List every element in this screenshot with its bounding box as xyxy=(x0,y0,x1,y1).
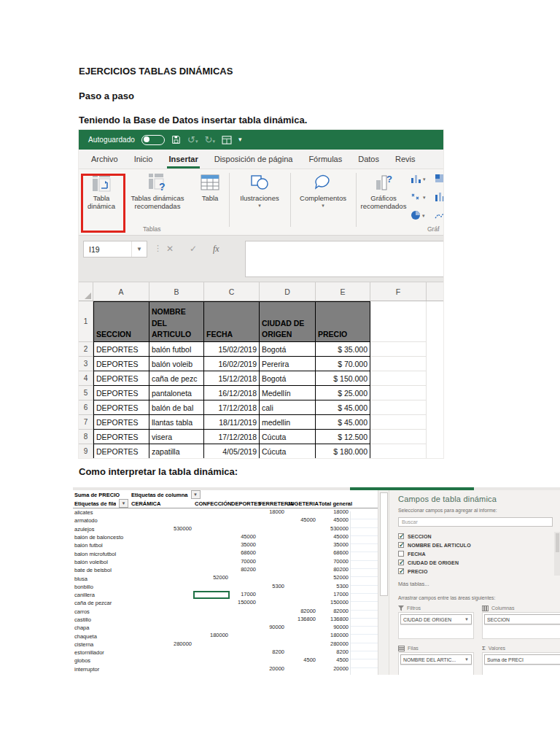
sheet-cell[interactable]: $ 12.500 xyxy=(316,430,370,444)
field-item-4[interactable]: PRECIO xyxy=(398,567,560,576)
pivot-value-cell[interactable] xyxy=(230,649,257,657)
pivot-value-cell[interactable]: 5300 xyxy=(257,583,286,591)
pivot-value-cell[interactable] xyxy=(193,599,230,607)
pivot-value-cell[interactable]: 4500 xyxy=(317,657,350,665)
columns-dropzone[interactable]: SECCION▼ xyxy=(482,612,560,639)
pivot-value-cell[interactable]: 17000 xyxy=(230,591,257,599)
pivot-value-cell[interactable] xyxy=(286,640,317,649)
row-number-9[interactable]: 9 xyxy=(79,444,93,458)
insert-column-chart-button[interactable]: ▾ xyxy=(411,174,426,183)
pivot-value-cell[interactable] xyxy=(130,608,193,616)
pivot-row-header[interactable]: interruptor xyxy=(73,666,130,673)
pivot-value-cell[interactable]: 4500 xyxy=(286,657,317,665)
pivot-value-cell[interactable] xyxy=(130,632,193,640)
sheet-cell[interactable]: 15/02/2019 xyxy=(204,342,260,357)
pivot-table-button[interactable]: Tabla dinámica xyxy=(83,172,120,211)
pivot-value-cell[interactable]: 45000 xyxy=(317,533,350,541)
sheet-header-cell[interactable]: PRECIO xyxy=(316,301,370,342)
save-icon[interactable] xyxy=(171,135,181,144)
pivot-row-header[interactable]: cisterna xyxy=(73,641,130,648)
pivot-value-cell[interactable]: 45000 xyxy=(230,533,257,541)
column-header-A[interactable]: A xyxy=(93,282,149,301)
menu-tab-3[interactable]: Disposición de página xyxy=(206,150,301,169)
pivot-value-cell[interactable]: 52000 xyxy=(317,574,350,582)
pivot-corner-label[interactable]: Suma de PRECIO xyxy=(73,492,130,498)
pivot-value-cell[interactable] xyxy=(257,541,286,549)
pivot-row-header[interactable]: balón futbol xyxy=(73,542,130,549)
sheet-cell[interactable]: Medellín xyxy=(260,386,316,400)
confirm-entry-icon[interactable]: ✓ xyxy=(190,244,197,254)
insert-pie-chart-button[interactable]: ▾ xyxy=(411,210,425,220)
insert-chart-button-cut2[interactable] xyxy=(435,192,443,201)
sheet-cell[interactable]: 16/12/2018 xyxy=(204,386,260,400)
sheet-cell[interactable]: DEPORTES xyxy=(93,342,149,357)
pivot-value-cell[interactable]: 8200 xyxy=(257,649,286,657)
field-checkbox[interactable] xyxy=(398,542,404,548)
pivot-value-cell[interactable]: 20000 xyxy=(257,665,286,673)
name-box[interactable]: I19 ▼ xyxy=(83,241,147,258)
pivot-column-label-cell[interactable]: Etiquetas de columna ▼ xyxy=(130,490,246,499)
fields-list-scrollbar[interactable] xyxy=(554,532,560,576)
row-number-3[interactable]: 3 xyxy=(79,357,93,371)
pivot-value-cell[interactable] xyxy=(257,574,286,582)
pivot-value-cell[interactable]: 68600 xyxy=(317,549,350,557)
pivot-value-cell[interactable] xyxy=(257,640,286,649)
pivot-row-header[interactable]: castillo xyxy=(73,616,130,623)
pivot-value-cell[interactable]: 530000 xyxy=(317,525,350,533)
sheet-cell[interactable]: $ 25.000 xyxy=(316,386,370,400)
pivot-value-cell[interactable] xyxy=(193,665,230,673)
pivot-value-cell[interactable] xyxy=(230,508,257,516)
pivot-value-cell[interactable] xyxy=(230,640,257,649)
pivot-value-cell[interactable]: 18000 xyxy=(257,508,286,516)
pivot-value-cell[interactable]: 52000 xyxy=(193,574,230,582)
sheet-empty-cell[interactable] xyxy=(370,415,427,430)
pivot-row-header[interactable]: globos xyxy=(73,657,130,664)
pivot-value-cell[interactable] xyxy=(193,624,230,632)
sheet-empty-cell[interactable] xyxy=(370,301,427,342)
sheet-cell[interactable]: Cúcuta xyxy=(260,430,316,444)
pivot-value-cell[interactable]: 530000 xyxy=(130,525,193,533)
sheet-cell[interactable]: DEPORTES xyxy=(93,371,149,386)
field-item-1[interactable]: NOMBRE DEL ARTICULO xyxy=(398,541,560,549)
pivot-row-header[interactable]: caña de pezcar xyxy=(73,600,130,606)
pivot-value-cell[interactable] xyxy=(193,657,230,665)
pivot-value-cell[interactable]: 90000 xyxy=(257,624,286,632)
pivot-value-cell[interactable] xyxy=(286,525,317,533)
pivot-row-header[interactable]: estornillador xyxy=(73,649,130,656)
name-box-caret-icon[interactable]: ▼ xyxy=(131,241,147,257)
pivot-value-cell[interactable] xyxy=(286,583,317,591)
pivot-value-cell[interactable]: 280000 xyxy=(130,640,193,649)
pivot-row-label-cell[interactable]: Etiquetas de fila▼ xyxy=(73,499,130,508)
pivot-value-cell[interactable] xyxy=(130,591,193,599)
pivot-value-cell[interactable]: 35000 xyxy=(230,541,257,549)
pivot-value-cell[interactable] xyxy=(130,549,193,557)
autosave-toggle[interactable] xyxy=(141,135,165,145)
pivot-row-header[interactable]: balón de baloncesto xyxy=(73,534,130,541)
field-item-0[interactable]: SECCION xyxy=(398,532,560,541)
pivot-value-cell[interactable] xyxy=(230,616,257,624)
pivot-column-header[interactable]: CONFECCIÓN xyxy=(193,500,230,507)
menu-tab-5[interactable]: Datos xyxy=(350,150,387,169)
grid-tool-icon[interactable] xyxy=(222,136,232,144)
pivot-value-cell[interactable] xyxy=(257,591,286,599)
pivot-value-cell[interactable] xyxy=(257,616,286,624)
columns-field-chip[interactable]: SECCION▼ xyxy=(484,614,560,624)
pivot-row-header[interactable]: alicates xyxy=(73,509,130,516)
values-dropzone[interactable]: Suma de PRECI xyxy=(482,652,560,675)
pivot-value-cell[interactable] xyxy=(193,516,230,525)
pivot-value-cell[interactable]: 70000 xyxy=(317,558,350,566)
pivot-value-cell[interactable] xyxy=(257,657,286,665)
insert-chart-button-cut[interactable] xyxy=(435,174,443,183)
pivot-value-cell[interactable] xyxy=(286,632,317,640)
sheet-cell[interactable]: 4/05/2019 xyxy=(204,444,260,458)
pivot-value-cell[interactable]: 80200 xyxy=(230,566,257,574)
pivot-value-cell[interactable] xyxy=(286,549,317,557)
pivot-value-cell[interactable] xyxy=(130,541,193,549)
sheet-cell[interactable]: DEPORTES xyxy=(93,430,149,444)
field-item-2[interactable]: FECHA xyxy=(398,549,560,558)
pivot-value-cell[interactable] xyxy=(193,549,230,557)
sheet-cell[interactable]: caña de pezc xyxy=(149,371,204,386)
field-checkbox[interactable] xyxy=(398,560,404,565)
pivot-value-cell[interactable] xyxy=(257,632,286,640)
sheet-cell[interactable]: DEPORTES xyxy=(93,415,149,430)
